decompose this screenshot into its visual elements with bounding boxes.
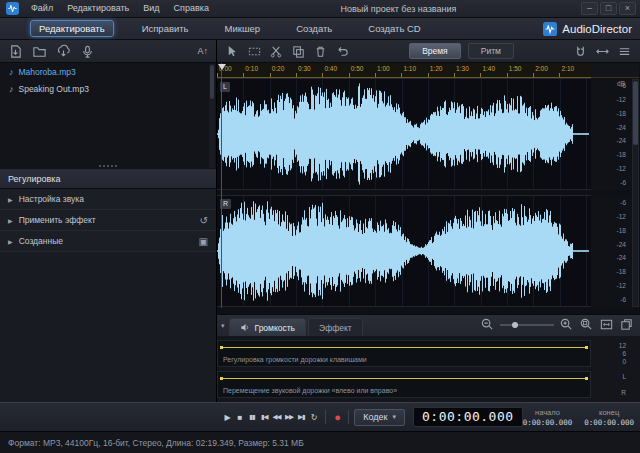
settings-menu-icon[interactable]: [617, 44, 632, 59]
copy-icon[interactable]: [291, 44, 306, 59]
collapse-lanes-icon[interactable]: ▾: [221, 322, 225, 330]
selection-range: начало 0:00:00.000 конец 0:00:00.000: [523, 408, 634, 427]
audiodirector-window: Файл Редактировать Вид Справка Новый про…: [0, 0, 640, 453]
ruler-tick: 0:50: [349, 63, 375, 77]
rhythm-mode-button[interactable]: Ритм: [468, 43, 514, 59]
loop-button[interactable]: ↻: [308, 408, 320, 427]
section-label: Созданные: [19, 236, 63, 246]
zoom-selection-icon[interactable]: [579, 317, 594, 332]
menu-edit[interactable]: Редактировать: [60, 0, 136, 17]
media-file-list: ♪ Mahoroba.mp3 ♪ Speaking Out.mp3: [0, 63, 216, 170]
menu-help[interactable]: Справка: [167, 0, 216, 17]
rewind-button[interactable]: ◀◀: [270, 408, 282, 427]
sort-button[interactable]: A↑: [197, 46, 208, 56]
lane-scale-value: L: [622, 373, 626, 380]
file-name: Speaking Out.mp3: [19, 84, 89, 94]
maximize-button[interactable]: □: [600, 2, 617, 15]
list-item-mahoroba[interactable]: ♪ Mahoroba.mp3: [0, 63, 216, 80]
zoom-fit-icon[interactable]: [599, 317, 614, 332]
timeline-ruler[interactable]: 0:000:100:200:300:400:501:001:101:201:30…: [217, 63, 591, 78]
scrollbar-thumb[interactable]: [633, 81, 638, 145]
time-mode-button[interactable]: Время: [409, 43, 461, 59]
codec-label: Кодек: [363, 412, 387, 422]
tab-create-cd[interactable]: Создать CD: [360, 21, 428, 36]
record-button[interactable]: ●: [331, 408, 343, 427]
ruler-tick: 1:20: [428, 63, 454, 77]
section-label: Настройка звука: [19, 194, 84, 204]
section-apply-effect[interactable]: ▶ Применить эффект ↺: [0, 210, 216, 231]
ruler-tick: 1:10: [401, 63, 427, 77]
cursor-select-icon[interactable]: [225, 44, 240, 59]
window-title: Новый проект без названия: [216, 4, 581, 14]
list-item-speaking-out[interactable]: ♪ Speaking Out.mp3: [0, 80, 216, 97]
playhead[interactable]: [221, 63, 222, 308]
zoom-slider[interactable]: [500, 324, 554, 326]
menu-file[interactable]: Файл: [24, 0, 60, 17]
waveform-left-channel[interactable]: L: [217, 78, 591, 190]
library-toolbar: A↑: [0, 40, 216, 63]
file-list-scrollbar[interactable]: [209, 64, 215, 168]
close-button[interactable]: ×: [619, 2, 636, 15]
volume-keyframe-line[interactable]: [220, 347, 588, 348]
expander-icon[interactable]: ▶: [8, 217, 13, 224]
record-audio-icon[interactable]: [80, 44, 95, 59]
tab-effect[interactable]: Эффект: [308, 318, 363, 336]
play-button[interactable]: ▶: [221, 408, 233, 427]
tab-edit[interactable]: Редактировать: [30, 20, 114, 37]
snap-magnet-icon[interactable]: [573, 44, 588, 59]
undo-icon[interactable]: [335, 44, 350, 59]
panel-resize-handle[interactable]: [99, 165, 117, 167]
next-button[interactable]: ▶▮: [295, 408, 307, 427]
range-end-label: конец: [599, 408, 619, 417]
zoom-out-icon[interactable]: [480, 317, 495, 332]
menu-view[interactable]: Вид: [136, 0, 166, 17]
range-start-label: начало: [535, 408, 560, 417]
library-panel: A↑ ♪ Mahoroba.mp3 ♪ Speaking Out.mp3 Рег…: [0, 40, 217, 402]
vertical-scrollbar[interactable]: [632, 79, 639, 307]
previous-button[interactable]: ▮◀: [258, 408, 270, 427]
range-start-value: 0:00:00.000: [523, 418, 573, 427]
playhead-marker[interactable]: [218, 64, 226, 70]
tab-mixer[interactable]: Микшер: [217, 21, 269, 36]
db-scale-value: -18: [617, 151, 626, 158]
reset-icon[interactable]: ↺: [200, 215, 208, 226]
fast-forward-button[interactable]: ▶▶: [283, 408, 295, 427]
scrollbar-thumb[interactable]: [210, 65, 214, 99]
ruler-tick: 0:10: [243, 63, 269, 77]
pause-button[interactable]: ▮▮: [246, 408, 258, 427]
main-content: A↑ ♪ Mahoroba.mp3 ♪ Speaking Out.mp3 Рег…: [0, 40, 640, 402]
tab-fix[interactable]: Исправить: [134, 21, 197, 36]
ruler-tick: 1:40: [480, 63, 506, 77]
pan-automation-lane[interactable]: Перемещение звуковой дорожки «влево или …: [217, 371, 591, 398]
db-scale-value: -18: [617, 268, 626, 275]
waveform-region: 0:000:100:200:300:400:501:001:101:201:30…: [217, 63, 640, 314]
tab-create[interactable]: Создать: [288, 21, 340, 36]
tab-effect-label: Эффект: [319, 323, 352, 333]
delete-icon[interactable]: [313, 44, 328, 59]
zoom-in-icon[interactable]: [559, 317, 574, 332]
time-display: 0:00:00.000: [413, 407, 523, 427]
stop-button[interactable]: ■: [233, 408, 245, 427]
add-preset-icon[interactable]: ▣: [199, 236, 208, 247]
db-scale-value: -18: [617, 227, 626, 234]
music-note-icon: ♪: [9, 84, 14, 94]
section-created[interactable]: ▶ Созданные ▣: [0, 231, 216, 252]
pan-keyframe-line[interactable]: [220, 378, 588, 379]
cloud-download-icon[interactable]: [56, 44, 71, 59]
volume-automation-lane[interactable]: Регулировка громкости дорожки клавишами: [217, 340, 591, 367]
minimize-button[interactable]: –: [581, 2, 598, 15]
range-select-icon[interactable]: [247, 44, 262, 59]
expander-icon[interactable]: ▶: [8, 238, 13, 245]
fit-width-icon[interactable]: [595, 44, 610, 59]
import-folder-icon[interactable]: [32, 44, 47, 59]
waveform-right-channel[interactable]: R: [217, 195, 591, 307]
expander-icon[interactable]: ▶: [8, 196, 13, 203]
zoom-slider-knob[interactable]: [512, 322, 518, 328]
detach-panel-icon[interactable]: [619, 317, 634, 332]
tab-volume[interactable]: Громкость: [229, 318, 307, 336]
range-end-value: 0:00:00.000: [584, 418, 634, 427]
section-audio-settings[interactable]: ▶ Настройка звука: [0, 189, 216, 210]
codec-button[interactable]: Кодек ▾: [354, 409, 405, 426]
split-scissors-icon[interactable]: [269, 44, 284, 59]
import-file-icon[interactable]: [8, 44, 23, 59]
